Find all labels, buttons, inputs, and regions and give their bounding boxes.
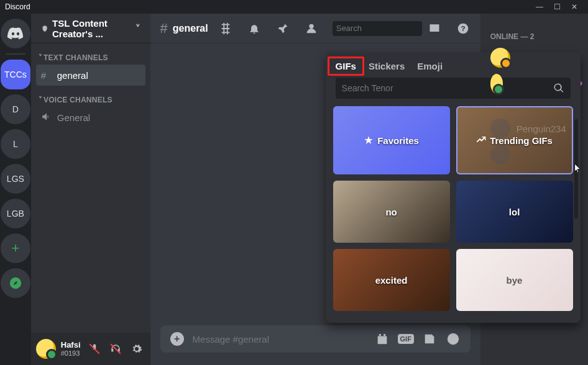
hash-icon: # bbox=[41, 70, 53, 81]
gif-search-box[interactable] bbox=[336, 78, 571, 99]
server-header[interactable]: TSL Content Creator's ... ˅ bbox=[31, 14, 150, 43]
gif-picker-button[interactable]: GIF bbox=[398, 331, 413, 346]
trending-icon bbox=[476, 135, 486, 145]
gif-category-favorites[interactable]: Favorites bbox=[333, 106, 450, 174]
member-list-button[interactable] bbox=[304, 21, 319, 36]
chat-area: # general ? + Message #general GIF bbox=[150, 14, 480, 365]
voice-channels-header[interactable]: ˅ Voice Channels bbox=[36, 96, 145, 104]
member-unknown[interactable] bbox=[490, 142, 583, 168]
mic-icon bbox=[89, 343, 100, 354]
bell-icon bbox=[248, 22, 260, 35]
guild-lgs[interactable]: LGS bbox=[1, 164, 30, 194]
app-name: Discord bbox=[5, 2, 30, 11]
online-header: Online — 2 bbox=[490, 32, 583, 41]
window-close-button[interactable]: ✕ bbox=[566, 2, 583, 11]
avatar bbox=[490, 145, 510, 164]
guild-rail: TCCs D L LGS LGB + bbox=[0, 14, 31, 365]
user-avatar[interactable] bbox=[36, 339, 56, 359]
svg-text:?: ? bbox=[461, 24, 465, 32]
pinned-messages-button[interactable] bbox=[275, 21, 290, 36]
server-name: TSL Content Creator's ... bbox=[52, 18, 136, 39]
channel-sidebar: TSL Content Creator's ... ˅ ˅ Text Chann… bbox=[31, 14, 150, 365]
channel-general[interactable]: # general bbox=[36, 65, 145, 86]
threads-button[interactable] bbox=[218, 21, 233, 36]
window-minimize-button[interactable]: — bbox=[531, 2, 548, 11]
search-box[interactable] bbox=[333, 21, 422, 36]
search-icon bbox=[553, 83, 564, 94]
gif-search-input[interactable] bbox=[342, 83, 548, 93]
message-input[interactable]: + Message #general GIF bbox=[160, 325, 471, 353]
text-channels-header[interactable]: ˅ Text Channels bbox=[36, 53, 145, 62]
speaker-icon bbox=[41, 111, 53, 124]
pin-icon bbox=[277, 22, 289, 35]
deafen-button[interactable] bbox=[107, 340, 124, 358]
member-penguin234[interactable]: Penguin234 bbox=[490, 115, 583, 142]
chevron-down-icon: ˅ bbox=[136, 23, 140, 34]
chevron-down-icon: ˅ bbox=[39, 53, 42, 62]
inbox-icon bbox=[428, 22, 441, 35]
gif-category-lol[interactable]: lol bbox=[456, 181, 573, 243]
help-button[interactable]: ? bbox=[456, 21, 471, 36]
gif-category-bye[interactable]: bye bbox=[456, 249, 573, 311]
tab-emoji[interactable]: Emoji bbox=[417, 61, 443, 71]
add-server-button[interactable]: + bbox=[1, 233, 30, 263]
user-panel: Hafsi #0193 bbox=[31, 333, 150, 365]
channel-title: general bbox=[173, 23, 208, 34]
mute-mic-button[interactable] bbox=[86, 340, 103, 358]
guild-lgb[interactable]: LGB bbox=[1, 199, 30, 228]
window-titlebar: Discord — ☐ ✕ bbox=[0, 0, 588, 14]
gift-button[interactable] bbox=[375, 331, 390, 346]
message-placeholder: Message #general bbox=[193, 334, 366, 345]
gif-category-no[interactable]: no bbox=[333, 181, 450, 243]
search-input[interactable] bbox=[336, 24, 441, 33]
gear-icon bbox=[131, 343, 142, 354]
compass-icon bbox=[9, 276, 22, 290]
sticker-icon bbox=[423, 332, 436, 346]
chevron-down-icon: ˅ bbox=[39, 96, 42, 104]
user-tag: #0193 bbox=[61, 349, 81, 357]
user-settings-button[interactable] bbox=[128, 340, 145, 358]
home-button[interactable] bbox=[1, 19, 30, 48]
inbox-button[interactable] bbox=[427, 21, 442, 36]
help-icon: ? bbox=[457, 22, 469, 35]
tab-gifs[interactable]: GIFs bbox=[336, 61, 356, 71]
avatar bbox=[490, 48, 510, 68]
people-icon bbox=[305, 22, 318, 35]
attach-button[interactable]: + bbox=[170, 332, 184, 346]
discord-logo-icon bbox=[7, 25, 24, 42]
sticker-picker-button[interactable] bbox=[422, 331, 437, 346]
chat-header: # general ? bbox=[150, 14, 480, 43]
hash-icon: # bbox=[160, 20, 168, 37]
guild-d[interactable]: D bbox=[1, 94, 30, 124]
explore-servers-button[interactable] bbox=[1, 268, 30, 298]
guild-l[interactable]: L bbox=[1, 129, 30, 159]
gift-icon bbox=[375, 332, 389, 346]
notifications-button[interactable] bbox=[247, 21, 262, 36]
emoji-picker-button[interactable] bbox=[446, 331, 461, 346]
headphones-icon bbox=[110, 343, 121, 354]
avatar bbox=[490, 119, 510, 138]
star-icon bbox=[364, 135, 374, 145]
boost-icon bbox=[41, 24, 48, 34]
tab-stickers[interactable]: Stickers bbox=[369, 61, 405, 71]
guild-tccs[interactable]: TCCs bbox=[1, 60, 30, 89]
smile-icon bbox=[446, 332, 460, 346]
user-name: Hafsi bbox=[61, 341, 81, 349]
gif-category-excited[interactable]: excited bbox=[333, 249, 450, 311]
avatar bbox=[490, 74, 503, 94]
svg-point-2 bbox=[448, 333, 459, 345]
window-maximize-button[interactable]: ☐ bbox=[548, 2, 566, 11]
gif-picker: GIFs Stickers Emoji Favorites Trending G… bbox=[326, 52, 581, 323]
voice-channel-general[interactable]: General bbox=[36, 107, 145, 128]
